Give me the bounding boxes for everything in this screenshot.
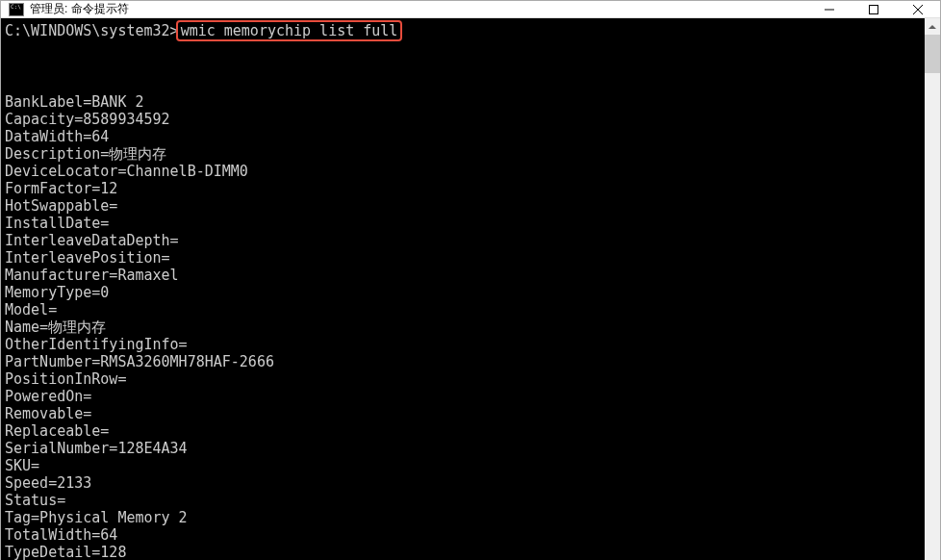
output-line: InstallDate= <box>5 215 109 232</box>
command-highlight: wmic memorychip list full <box>176 20 403 41</box>
output-line: Speed=2133 <box>5 474 91 492</box>
scroll-track[interactable] <box>925 35 940 560</box>
output-line: Tag=Physical Memory 2 <box>5 509 188 526</box>
output-line: Model= <box>5 301 57 318</box>
output-line: MemoryType=0 <box>5 284 109 301</box>
output-line: DeviceLocator=ChannelB-DIMM0 <box>5 163 248 180</box>
output-line: Capacity=8589934592 <box>5 111 170 128</box>
output-line: PartNumber=RMSA3260MH78HAF-2666 <box>5 353 274 370</box>
vertical-scrollbar[interactable] <box>925 18 940 560</box>
command-text: wmic memorychip list full <box>181 22 398 39</box>
output-line: Removable= <box>5 405 91 422</box>
titlebar[interactable]: 管理员: 命令提示符 <box>1 1 940 18</box>
cmd-icon <box>9 2 24 17</box>
output-line: InterleavePosition= <box>5 249 170 267</box>
scroll-thumb[interactable] <box>925 35 940 73</box>
prompt-text: C:\WINDOWS\system32> <box>5 22 179 39</box>
output-line: HotSwappable= <box>5 197 117 215</box>
window-controls <box>807 1 940 17</box>
output-line: BankLabel=BANK 2 <box>5 93 144 111</box>
output-line: FormFactor=12 <box>5 180 117 197</box>
output-line: SKU= <box>5 457 39 474</box>
output-line: OtherIdentifyingInfo= <box>5 336 188 353</box>
console-output[interactable]: C:\WINDOWS\system32>wmic memorychip list… <box>1 18 925 560</box>
output-line: PositionInRow= <box>5 370 126 388</box>
output-line: SerialNumber=128E4A34 <box>5 440 188 457</box>
output-line: DataWidth=64 <box>5 128 109 145</box>
console-area: C:\WINDOWS\system32>wmic memorychip list… <box>1 18 940 560</box>
window-title: 管理员: 命令提示符 <box>30 1 807 17</box>
close-button[interactable] <box>896 1 940 17</box>
svg-rect-1 <box>870 5 878 13</box>
scroll-up-arrow-icon[interactable] <box>925 18 940 35</box>
svg-marker-4 <box>928 25 936 29</box>
output-line: Description=物理内存 <box>5 145 166 163</box>
minimize-button[interactable] <box>807 1 852 17</box>
output-line: Manufacturer=Ramaxel <box>5 267 179 284</box>
output-line: Replaceable= <box>5 422 109 440</box>
output-line: TypeDetail=128 <box>5 544 126 560</box>
command-prompt-window: 管理员: 命令提示符 C:\WINDOWS\system32>wmic memo… <box>0 0 941 560</box>
output-line: InterleaveDataDepth= <box>5 232 179 249</box>
output-line: Name=物理内存 <box>5 318 106 336</box>
maximize-button[interactable] <box>852 1 896 17</box>
output-line: PoweredOn= <box>5 388 91 405</box>
output-line: Status= <box>5 492 65 509</box>
output-line: TotalWidth=64 <box>5 526 117 544</box>
